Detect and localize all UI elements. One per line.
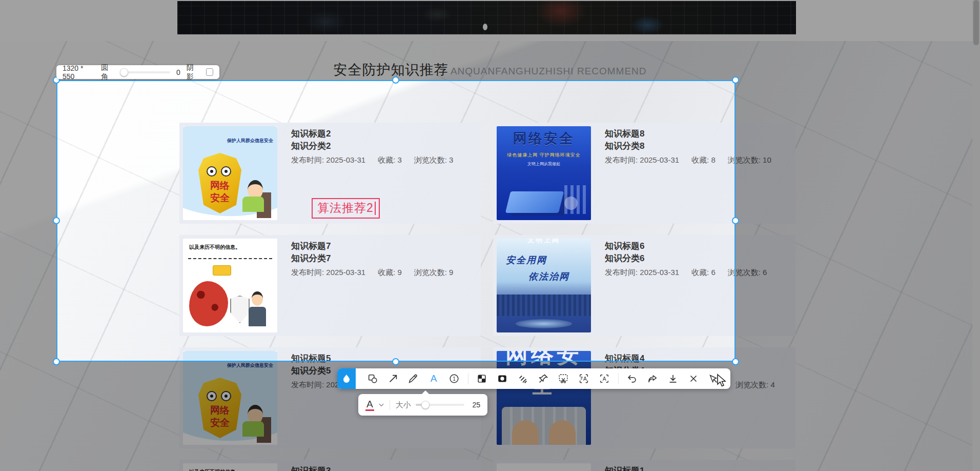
selection-handle-mid-right[interactable] <box>732 217 739 224</box>
toolbar-separator <box>468 373 468 384</box>
mouse-cursor <box>714 374 728 390</box>
selection-handle-mid-left[interactable] <box>53 217 60 224</box>
snip-selection-rectangle[interactable] <box>56 80 736 362</box>
selection-dimensions: 1320 * 550 <box>63 64 95 81</box>
ocr-tool-icon[interactable]: A <box>577 372 590 385</box>
number-annotation-tool-icon[interactable]: 1 <box>447 372 461 385</box>
pixpin-logo-icon[interactable] <box>337 368 356 389</box>
text-annotation-box[interactable]: 算法推荐2 <box>312 198 380 219</box>
close-icon[interactable] <box>687 372 700 385</box>
screen: 安全防护知识推荐 ANQUANFANGHUZHISHI RECOMMEND 保护… <box>0 0 980 471</box>
selection-handle-bottom-mid[interactable] <box>392 358 399 365</box>
cutout-scissors-tool-icon[interactable] <box>557 372 570 385</box>
text-options-popup: A 大小 25 <box>358 394 487 416</box>
size-slider[interactable] <box>416 404 464 406</box>
size-value: 25 <box>472 401 480 409</box>
redo-icon[interactable] <box>646 372 659 385</box>
text-tool-icon[interactable]: A <box>427 372 440 385</box>
dim-overlay-left <box>0 80 56 362</box>
ocr-area-tool-icon[interactable]: A <box>598 372 611 385</box>
svg-text:A: A <box>602 376 606 382</box>
selection-handle-top-right[interactable] <box>732 76 739 84</box>
selection-handle-top-mid[interactable] <box>392 76 399 84</box>
size-label: 大小 <box>396 400 411 410</box>
spotlight-tool-icon[interactable] <box>496 372 509 385</box>
blur-hatch-tool-icon[interactable] <box>516 372 529 385</box>
toolbar-separator <box>618 373 619 384</box>
pin-tool-icon[interactable] <box>537 372 550 385</box>
selection-handle-bottom-left[interactable] <box>53 358 60 365</box>
corner-radius-slider[interactable] <box>120 71 170 73</box>
selection-handle-bottom-right[interactable] <box>732 358 739 365</box>
snip-toolbar: A 1 A A <box>337 368 730 389</box>
shadow-label: 阴影 <box>187 63 200 82</box>
download-icon[interactable] <box>666 372 680 385</box>
svg-text:1: 1 <box>453 376 456 382</box>
arrow-tool-icon[interactable] <box>386 372 400 385</box>
mosaic-tool-icon[interactable] <box>475 372 488 385</box>
text-cursor-caret <box>375 202 376 215</box>
svg-text:A: A <box>583 376 587 382</box>
pencil-tool-icon[interactable] <box>406 372 420 385</box>
shape-tool-icon[interactable] <box>366 372 379 385</box>
font-color-button[interactable]: A <box>365 399 374 411</box>
corner-radius-label: 圆角 <box>101 63 114 82</box>
selection-info-bar: 1320 * 550 圆角 0 阴影 <box>56 65 219 79</box>
text-annotation-content[interactable]: 算法推荐2 <box>317 200 374 216</box>
popup-separator <box>390 400 390 410</box>
shadow-checkbox[interactable] <box>206 68 213 76</box>
undo-icon[interactable] <box>625 372 639 385</box>
chevron-down-icon[interactable] <box>379 403 384 407</box>
dim-overlay-right <box>736 80 980 362</box>
corner-radius-value: 0 <box>176 68 180 76</box>
